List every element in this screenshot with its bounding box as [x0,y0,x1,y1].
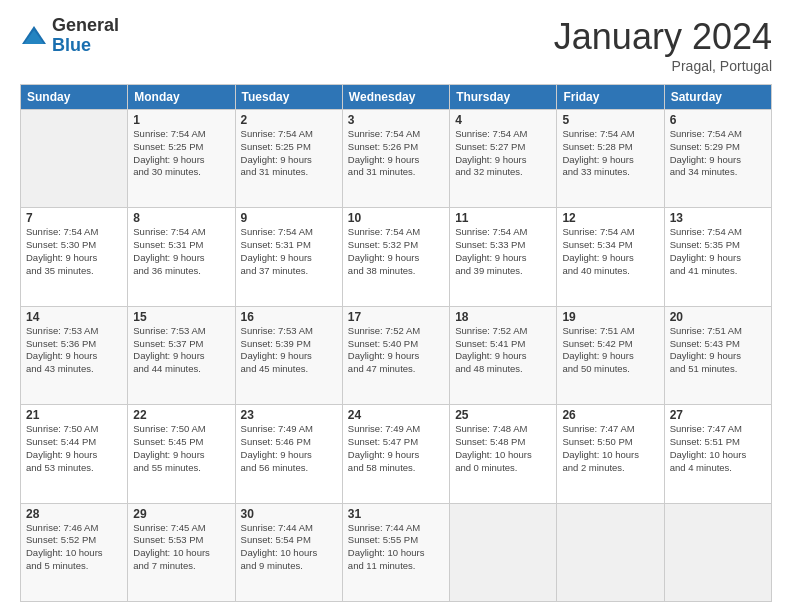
day-info: Sunrise: 7:44 AM Sunset: 5:55 PM Dayligh… [348,522,444,573]
day-info: Sunrise: 7:53 AM Sunset: 5:39 PM Dayligh… [241,325,337,376]
day-info: Sunrise: 7:54 AM Sunset: 5:27 PM Dayligh… [455,128,551,179]
day-info: Sunrise: 7:52 AM Sunset: 5:41 PM Dayligh… [455,325,551,376]
day-number: 21 [26,408,122,422]
subtitle: Pragal, Portugal [554,58,772,74]
day-cell: 25Sunrise: 7:48 AM Sunset: 5:48 PM Dayli… [450,405,557,503]
day-cell: 26Sunrise: 7:47 AM Sunset: 5:50 PM Dayli… [557,405,664,503]
day-info: Sunrise: 7:54 AM Sunset: 5:32 PM Dayligh… [348,226,444,277]
day-cell: 4Sunrise: 7:54 AM Sunset: 5:27 PM Daylig… [450,110,557,208]
day-info: Sunrise: 7:50 AM Sunset: 5:45 PM Dayligh… [133,423,229,474]
day-number: 7 [26,211,122,225]
day-info: Sunrise: 7:54 AM Sunset: 5:25 PM Dayligh… [241,128,337,179]
day-info: Sunrise: 7:54 AM Sunset: 5:33 PM Dayligh… [455,226,551,277]
day-number: 24 [348,408,444,422]
day-info: Sunrise: 7:51 AM Sunset: 5:43 PM Dayligh… [670,325,766,376]
day-cell: 1Sunrise: 7:54 AM Sunset: 5:25 PM Daylig… [128,110,235,208]
day-cell: 17Sunrise: 7:52 AM Sunset: 5:40 PM Dayli… [342,306,449,404]
day-cell [557,503,664,601]
day-cell: 5Sunrise: 7:54 AM Sunset: 5:28 PM Daylig… [557,110,664,208]
day-cell: 19Sunrise: 7:51 AM Sunset: 5:42 PM Dayli… [557,306,664,404]
week-row-3: 21Sunrise: 7:50 AM Sunset: 5:44 PM Dayli… [21,405,772,503]
day-info: Sunrise: 7:45 AM Sunset: 5:53 PM Dayligh… [133,522,229,573]
day-cell: 3Sunrise: 7:54 AM Sunset: 5:26 PM Daylig… [342,110,449,208]
day-cell: 9Sunrise: 7:54 AM Sunset: 5:31 PM Daylig… [235,208,342,306]
day-number: 19 [562,310,658,324]
day-info: Sunrise: 7:47 AM Sunset: 5:50 PM Dayligh… [562,423,658,474]
day-info: Sunrise: 7:53 AM Sunset: 5:37 PM Dayligh… [133,325,229,376]
logo: General Blue [20,16,119,56]
day-number: 29 [133,507,229,521]
header: General Blue January 2024 Pragal, Portug… [20,16,772,74]
day-number: 6 [670,113,766,127]
day-cell: 21Sunrise: 7:50 AM Sunset: 5:44 PM Dayli… [21,405,128,503]
day-cell: 7Sunrise: 7:54 AM Sunset: 5:30 PM Daylig… [21,208,128,306]
day-cell [21,110,128,208]
day-number: 26 [562,408,658,422]
day-info: Sunrise: 7:54 AM Sunset: 5:28 PM Dayligh… [562,128,658,179]
day-cell [450,503,557,601]
day-number: 13 [670,211,766,225]
week-row-4: 28Sunrise: 7:46 AM Sunset: 5:52 PM Dayli… [21,503,772,601]
day-number: 5 [562,113,658,127]
day-number: 2 [241,113,337,127]
day-cell: 23Sunrise: 7:49 AM Sunset: 5:46 PM Dayli… [235,405,342,503]
day-info: Sunrise: 7:54 AM Sunset: 5:31 PM Dayligh… [241,226,337,277]
month-title: January 2024 [554,16,772,58]
day-number: 22 [133,408,229,422]
day-number: 18 [455,310,551,324]
day-cell: 14Sunrise: 7:53 AM Sunset: 5:36 PM Dayli… [21,306,128,404]
day-cell: 30Sunrise: 7:44 AM Sunset: 5:54 PM Dayli… [235,503,342,601]
day-number: 27 [670,408,766,422]
title-block: January 2024 Pragal, Portugal [554,16,772,74]
day-cell: 12Sunrise: 7:54 AM Sunset: 5:34 PM Dayli… [557,208,664,306]
col-header-monday: Monday [128,85,235,110]
day-cell: 27Sunrise: 7:47 AM Sunset: 5:51 PM Dayli… [664,405,771,503]
day-number: 20 [670,310,766,324]
day-cell: 11Sunrise: 7:54 AM Sunset: 5:33 PM Dayli… [450,208,557,306]
day-info: Sunrise: 7:53 AM Sunset: 5:36 PM Dayligh… [26,325,122,376]
day-cell [664,503,771,601]
day-info: Sunrise: 7:52 AM Sunset: 5:40 PM Dayligh… [348,325,444,376]
day-number: 23 [241,408,337,422]
page: General Blue January 2024 Pragal, Portug… [0,0,792,612]
day-info: Sunrise: 7:46 AM Sunset: 5:52 PM Dayligh… [26,522,122,573]
col-header-sunday: Sunday [21,85,128,110]
day-cell: 6Sunrise: 7:54 AM Sunset: 5:29 PM Daylig… [664,110,771,208]
day-info: Sunrise: 7:54 AM Sunset: 5:31 PM Dayligh… [133,226,229,277]
day-info: Sunrise: 7:54 AM Sunset: 5:25 PM Dayligh… [133,128,229,179]
logo-icon [20,22,48,50]
day-number: 30 [241,507,337,521]
day-cell: 10Sunrise: 7:54 AM Sunset: 5:32 PM Dayli… [342,208,449,306]
day-cell: 16Sunrise: 7:53 AM Sunset: 5:39 PM Dayli… [235,306,342,404]
day-cell: 31Sunrise: 7:44 AM Sunset: 5:55 PM Dayli… [342,503,449,601]
day-info: Sunrise: 7:54 AM Sunset: 5:35 PM Dayligh… [670,226,766,277]
logo-general: General [52,16,119,36]
day-cell: 22Sunrise: 7:50 AM Sunset: 5:45 PM Dayli… [128,405,235,503]
day-number: 28 [26,507,122,521]
logo-blue: Blue [52,36,119,56]
day-cell: 15Sunrise: 7:53 AM Sunset: 5:37 PM Dayli… [128,306,235,404]
day-cell: 24Sunrise: 7:49 AM Sunset: 5:47 PM Dayli… [342,405,449,503]
day-number: 8 [133,211,229,225]
day-info: Sunrise: 7:49 AM Sunset: 5:46 PM Dayligh… [241,423,337,474]
day-info: Sunrise: 7:48 AM Sunset: 5:48 PM Dayligh… [455,423,551,474]
day-info: Sunrise: 7:54 AM Sunset: 5:29 PM Dayligh… [670,128,766,179]
day-cell: 29Sunrise: 7:45 AM Sunset: 5:53 PM Dayli… [128,503,235,601]
day-cell: 18Sunrise: 7:52 AM Sunset: 5:41 PM Dayli… [450,306,557,404]
col-header-thursday: Thursday [450,85,557,110]
calendar-table: SundayMondayTuesdayWednesdayThursdayFrid… [20,84,772,602]
header-row: SundayMondayTuesdayWednesdayThursdayFrid… [21,85,772,110]
day-info: Sunrise: 7:50 AM Sunset: 5:44 PM Dayligh… [26,423,122,474]
day-number: 16 [241,310,337,324]
day-info: Sunrise: 7:47 AM Sunset: 5:51 PM Dayligh… [670,423,766,474]
day-info: Sunrise: 7:54 AM Sunset: 5:26 PM Dayligh… [348,128,444,179]
day-number: 25 [455,408,551,422]
day-cell: 20Sunrise: 7:51 AM Sunset: 5:43 PM Dayli… [664,306,771,404]
day-number: 9 [241,211,337,225]
day-number: 10 [348,211,444,225]
day-number: 3 [348,113,444,127]
day-info: Sunrise: 7:54 AM Sunset: 5:30 PM Dayligh… [26,226,122,277]
day-cell: 8Sunrise: 7:54 AM Sunset: 5:31 PM Daylig… [128,208,235,306]
day-info: Sunrise: 7:49 AM Sunset: 5:47 PM Dayligh… [348,423,444,474]
week-row-0: 1Sunrise: 7:54 AM Sunset: 5:25 PM Daylig… [21,110,772,208]
